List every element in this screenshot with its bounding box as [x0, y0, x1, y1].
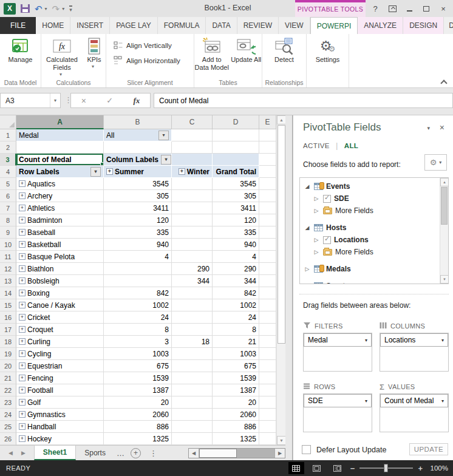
row-header[interactable]: 2: [0, 141, 16, 154]
row-header[interactable]: 1: [0, 129, 16, 141]
cell-winter-value[interactable]: [172, 299, 213, 311]
cell-winter-value[interactable]: 18: [172, 336, 213, 348]
cell-empty[interactable]: [213, 154, 259, 166]
cell-summer-value[interactable]: 3545: [104, 178, 172, 190]
cell-winter-value[interactable]: [172, 214, 213, 226]
cell-summer-value[interactable]: 305: [104, 190, 172, 202]
kpis-button[interactable]: KPIs ▾: [83, 36, 105, 70]
manage-button[interactable]: Manage: [9, 36, 33, 64]
cell-grand-total-value[interactable]: 20: [213, 396, 259, 409]
row-header[interactable]: 10: [0, 239, 16, 251]
row-header[interactable]: 9: [0, 226, 16, 239]
vertical-scrollbar[interactable]: ▲ ▼: [276, 115, 285, 445]
horizontal-scroll-thumb[interactable]: [199, 449, 237, 458]
cell-grand-total-value[interactable]: 8: [213, 324, 259, 336]
tab-design[interactable]: DESIGN: [403, 17, 444, 34]
cell-sport-archery[interactable]: +Archery: [16, 190, 104, 202]
expand-box-icon[interactable]: +: [19, 338, 26, 345]
cell-winter-value[interactable]: 290: [172, 263, 213, 275]
cell-empty[interactable]: [259, 336, 276, 348]
cell-empty[interactable]: [259, 166, 276, 178]
tab-page-lay[interactable]: PAGE LAY: [110, 17, 158, 34]
row-header[interactable]: 8: [0, 214, 16, 226]
cell-sport-athletics[interactable]: +Athletics: [16, 202, 104, 214]
row-header[interactable]: 16: [0, 311, 16, 324]
cell-empty[interactable]: [259, 190, 276, 202]
cell-summer-value[interactable]: 940: [104, 239, 172, 251]
row-header[interactable]: 17: [0, 324, 16, 336]
cell-empty[interactable]: [259, 433, 276, 445]
zoom-in-icon[interactable]: +: [418, 464, 423, 473]
expand-triangle-icon[interactable]: ▷: [313, 237, 320, 243]
cell-empty[interactable]: [259, 129, 276, 141]
cell-filter-label[interactable]: Medal: [16, 129, 104, 141]
area-box-rows[interactable]: SDE▾: [303, 393, 372, 432]
excel-logo-icon[interactable]: X: [4, 3, 16, 15]
column-header-d[interactable]: D: [213, 115, 259, 129]
undo-icon[interactable]: ↶: [35, 4, 43, 13]
scroll-up-icon[interactable]: ▲: [440, 178, 449, 186]
tab-review[interactable]: REVIEW: [237, 17, 279, 34]
cell-summer-header[interactable]: + Summer: [104, 166, 172, 178]
settings-button[interactable]: ⚙⚙ Settings: [312, 36, 344, 64]
tab-home[interactable]: HOME: [36, 17, 70, 34]
tab-view[interactable]: VIEW: [279, 17, 310, 34]
filter-dropdown-icon[interactable]: ▾: [158, 131, 169, 140]
detect-button[interactable]: Detect: [267, 36, 301, 64]
expand-box-icon[interactable]: +: [19, 314, 26, 321]
tab-active-fields[interactable]: ACTIVE: [303, 142, 330, 149]
minimize-button[interactable]: [402, 2, 417, 15]
row-header[interactable]: 11: [0, 251, 16, 263]
normal-view-icon[interactable]: [288, 462, 304, 474]
cell-empty[interactable]: [213, 129, 259, 141]
cell-grand-total-value[interactable]: 290: [213, 263, 259, 275]
cell-empty[interactable]: [259, 360, 276, 372]
column-labels-dropdown-icon[interactable]: ▾: [161, 155, 171, 165]
help-button[interactable]: ?: [368, 2, 383, 15]
cell-empty[interactable]: [16, 141, 104, 154]
expand-box-icon[interactable]: +: [19, 192, 26, 199]
cell-sport-cycling[interactable]: +Cycling: [16, 348, 104, 360]
cell-winter-value[interactable]: [172, 421, 213, 433]
cell-grand-total-value[interactable]: 305: [213, 190, 259, 202]
field-chip-locations[interactable]: Locations▾: [380, 333, 448, 347]
field-list-scroll-thumb[interactable]: [441, 187, 448, 225]
cell-sport-cricket[interactable]: +Cricket: [16, 311, 104, 324]
expand-box-icon[interactable]: +: [19, 277, 26, 284]
cell-empty[interactable]: [259, 202, 276, 214]
cell-grand-total-value[interactable]: 940: [213, 239, 259, 251]
cell-winter-value[interactable]: [172, 324, 213, 336]
cell-sport-fencing[interactable]: +Fencing: [16, 372, 104, 384]
cell-empty[interactable]: [259, 141, 276, 154]
cell-winter-value[interactable]: [172, 251, 213, 263]
page-layout-view-icon[interactable]: [309, 462, 325, 474]
cell-empty[interactable]: [259, 251, 276, 263]
horizontal-scrollbar[interactable]: ◀ ▶: [188, 448, 285, 458]
cell-grand-total-value[interactable]: 675: [213, 360, 259, 372]
collapse-ribbon-icon[interactable]: [441, 79, 446, 84]
cell-summer-value[interactable]: 24: [104, 311, 172, 324]
field-item-more-fields[interactable]: ▷More Fields: [304, 246, 440, 258]
expand-box-icon[interactable]: +: [106, 168, 113, 175]
cell-winter-value[interactable]: [172, 348, 213, 360]
cell-grand-total-value[interactable]: 4: [213, 251, 259, 263]
scroll-right-icon[interactable]: ▶: [274, 449, 285, 458]
cell-grand-total-value[interactable]: 886: [213, 421, 259, 433]
row-header[interactable]: 15: [0, 299, 16, 311]
expand-triangle-icon[interactable]: ▷: [313, 195, 320, 202]
cell-sport-handball[interactable]: +Handball: [16, 421, 104, 433]
cell-winter-value[interactable]: [172, 372, 213, 384]
cell-winter-value[interactable]: [172, 360, 213, 372]
pane-options-dropdown-icon[interactable]: ▾: [427, 125, 430, 131]
cell-empty[interactable]: [259, 154, 276, 166]
cell-sport-bobsleigh[interactable]: +Bobsleigh: [16, 275, 104, 287]
cell-summer-value[interactable]: [104, 263, 172, 275]
expand-box-icon[interactable]: +: [19, 326, 26, 333]
cell-summer-value[interactable]: 3: [104, 336, 172, 348]
cell-grand-total-value[interactable]: 2060: [213, 409, 259, 421]
cell-sport-golf[interactable]: +Golf: [16, 396, 104, 409]
cell-summer-value[interactable]: 20: [104, 396, 172, 409]
ribbon-display-options-button[interactable]: [385, 2, 400, 15]
cell-empty[interactable]: [259, 324, 276, 336]
cell-winter-value[interactable]: [172, 190, 213, 202]
